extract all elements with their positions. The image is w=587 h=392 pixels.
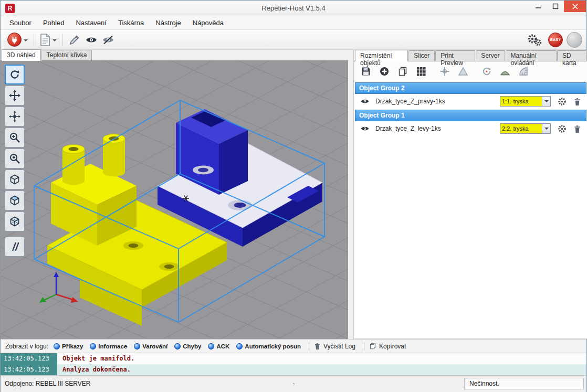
visibility-toggle[interactable] bbox=[360, 98, 370, 104]
trash-icon bbox=[573, 97, 581, 106]
object-settings-button[interactable] bbox=[558, 97, 567, 106]
filter-autoscroll[interactable]: Automatický posun bbox=[236, 343, 301, 349]
extruder-select[interactable]: 1:1. tryska bbox=[500, 96, 551, 107]
extruder-value: 1:1. tryska bbox=[500, 97, 542, 106]
maximize-icon bbox=[552, 3, 559, 9]
tab-server[interactable]: Server bbox=[476, 50, 505, 61]
show-filament-button[interactable] bbox=[83, 31, 100, 48]
log-area: 13:42:05.123 Objekt je manifold. 13:42:0… bbox=[1, 353, 586, 375]
filter-errors[interactable]: Chyby bbox=[174, 343, 201, 349]
clear-log-button[interactable]: Vyčistit Log bbox=[314, 342, 355, 350]
tab-sd-card[interactable]: SD karta bbox=[557, 50, 587, 61]
object-settings-button[interactable] bbox=[558, 124, 567, 133]
filter-ack[interactable]: ACK bbox=[208, 343, 229, 349]
chevron-down-icon[interactable] bbox=[542, 124, 550, 133]
fit-view-button[interactable] bbox=[5, 149, 25, 168]
parallel-projection-button[interactable] bbox=[5, 237, 25, 257]
load-button[interactable] bbox=[37, 31, 59, 48]
menu-item-tiskarna[interactable]: Tiskárna bbox=[112, 17, 150, 29]
rotate-object-icon bbox=[481, 66, 492, 77]
filter-label: Příkazy bbox=[62, 343, 83, 349]
top-view-button[interactable] bbox=[5, 190, 25, 210]
copy-icon bbox=[397, 66, 408, 77]
cube-outline-icon bbox=[9, 174, 20, 185]
pane-splitter[interactable] bbox=[348, 50, 353, 339]
tab-object-placement[interactable]: Rozmístění objektů bbox=[355, 50, 408, 61]
filter-label: Chyby bbox=[183, 343, 201, 349]
delete-object-button[interactable] bbox=[573, 124, 581, 133]
menu-item-pohled[interactable]: Pohled bbox=[37, 17, 70, 29]
copy-log-button[interactable]: Kopírovat bbox=[369, 342, 406, 350]
autoposition-button[interactable] bbox=[413, 63, 429, 79]
fit-view-icon bbox=[9, 153, 20, 164]
object-row[interactable]: Drzak_tyce_Z_pravy-1ks 1:1. tryska bbox=[354, 94, 587, 109]
triangle-icon bbox=[458, 66, 468, 77]
pan-view-button[interactable] bbox=[5, 86, 25, 105]
rotate-view-button[interactable] bbox=[5, 65, 25, 84]
filter-label: Varování bbox=[142, 343, 167, 349]
copy-object-button[interactable] bbox=[395, 63, 411, 79]
close-button[interactable] bbox=[564, 1, 586, 12]
zoom-in-icon bbox=[9, 132, 20, 143]
scale-object-button[interactable] bbox=[455, 63, 471, 79]
filter-separator bbox=[364, 342, 364, 351]
lay-flat-button[interactable] bbox=[497, 63, 513, 79]
cube-top-icon bbox=[9, 195, 20, 206]
object-group-header[interactable]: Object Group 2 bbox=[355, 82, 586, 94]
center-object-button[interactable] bbox=[437, 63, 453, 79]
connect-button[interactable] bbox=[5, 31, 30, 48]
menu-item-soubor[interactable]: Soubor bbox=[4, 17, 37, 29]
log-timestamp: 13:42:05.123 bbox=[1, 353, 57, 364]
edit-button[interactable] bbox=[66, 31, 83, 48]
zoom-in-button[interactable] bbox=[5, 128, 25, 147]
menu-item-nastroje[interactable]: Nástroje bbox=[150, 17, 186, 29]
object-row[interactable]: Drzak_tyce_Z_levy-1ks 2:2. tryska bbox=[354, 121, 587, 136]
clear-log-label: Vyčistit Log bbox=[323, 343, 355, 350]
emergency-stop-button[interactable] bbox=[567, 32, 582, 48]
toolbar-separator bbox=[34, 34, 34, 46]
visibility-toggle[interactable] bbox=[360, 125, 370, 132]
menu-item-napoveda[interactable]: Nápověda bbox=[187, 17, 229, 29]
chevron-down-icon bbox=[24, 39, 28, 44]
tab-print-preview[interactable]: Print Preview bbox=[435, 50, 475, 61]
tab-3d-view[interactable]: 3D náhled bbox=[2, 49, 41, 61]
delete-object-button[interactable] bbox=[573, 97, 581, 106]
iso-view-button[interactable] bbox=[5, 169, 25, 189]
measure-button[interactable] bbox=[516, 63, 531, 79]
maximize-button[interactable] bbox=[547, 1, 564, 12]
eye-icon bbox=[360, 98, 370, 104]
menu-item-nastaveni[interactable]: Nastavení bbox=[70, 17, 112, 29]
log-row: 13:42:05.123 Objekt je manifold. bbox=[1, 353, 586, 364]
trash-icon bbox=[573, 124, 581, 133]
main-toolbar: EASY bbox=[1, 30, 586, 50]
tab-temp-curve[interactable]: Teplotní křivka bbox=[41, 50, 92, 60]
right-tabrow: Rozmístění objektů Slicer Print Preview … bbox=[354, 50, 587, 61]
tab-slicer[interactable]: Slicer bbox=[408, 50, 435, 61]
filter-label: Automatický posun bbox=[245, 343, 301, 349]
filter-info[interactable]: Informace bbox=[90, 343, 127, 349]
extruder-select[interactable]: 2:2. tryska bbox=[500, 123, 551, 134]
filter-separator bbox=[309, 342, 309, 351]
blue-dot-icon bbox=[236, 343, 243, 349]
pencil-icon bbox=[69, 34, 80, 46]
filter-warnings[interactable]: Varování bbox=[134, 343, 167, 349]
filter-commands[interactable]: Příkazy bbox=[54, 343, 83, 349]
move-object-button[interactable] bbox=[5, 107, 25, 126]
log-message: Analýza dokončena. bbox=[57, 364, 586, 375]
blue-dot-icon bbox=[174, 343, 181, 349]
hide-travel-button[interactable] bbox=[100, 31, 117, 48]
blue-dot-icon bbox=[134, 343, 140, 349]
printer-settings-button[interactable] bbox=[523, 31, 544, 48]
tab-manual-control[interactable]: Manuální ovládání bbox=[506, 50, 557, 61]
rotate-object-button[interactable] bbox=[479, 63, 495, 79]
object-group-header[interactable]: Object Group 1 bbox=[355, 110, 586, 121]
easy-mode-button[interactable]: EASY bbox=[548, 33, 563, 47]
3d-viewport[interactable] bbox=[1, 61, 348, 339]
chevron-down-icon[interactable] bbox=[542, 97, 550, 106]
app-window: R Repetier-Host V1.5.4 Soubor Pohled Nas… bbox=[0, 0, 587, 392]
grid-icon bbox=[416, 66, 426, 77]
document-icon bbox=[40, 34, 50, 46]
front-view-button[interactable] bbox=[5, 211, 25, 231]
minimize-button[interactable] bbox=[529, 1, 547, 12]
move-arrows-icon bbox=[9, 90, 20, 101]
